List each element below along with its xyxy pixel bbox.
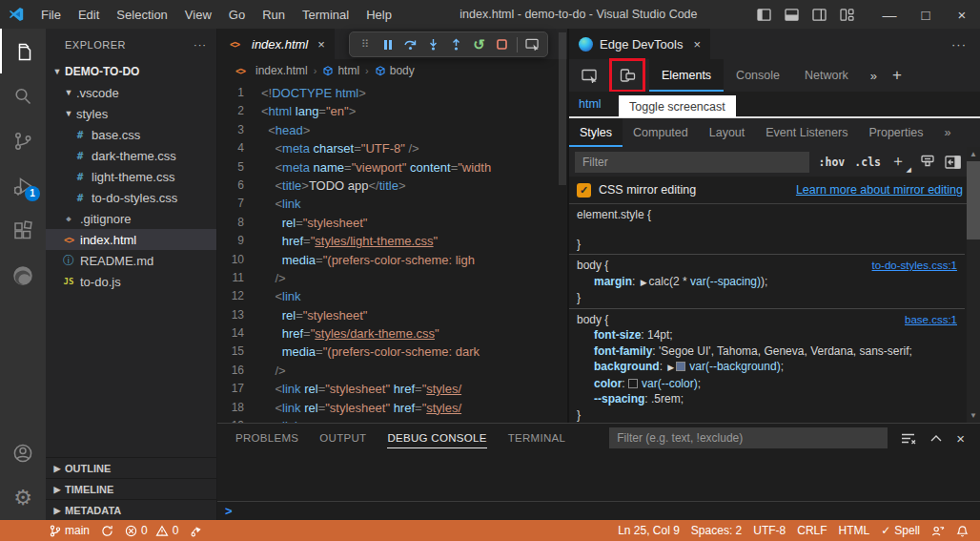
drag-handle-icon[interactable]: ⠿ [355, 34, 375, 55]
styles-tab-styles[interactable]: Styles [569, 118, 623, 147]
styles-filter-input[interactable] [575, 152, 809, 173]
stop-button[interactable] [492, 34, 512, 55]
toggle-secondary-sidebar-icon[interactable] [812, 9, 827, 21]
menu-help[interactable]: Help [357, 8, 400, 22]
explorer-item-index.html[interactable]: <>index.html [46, 229, 216, 250]
spell-checker[interactable]: ✓Spell [875, 520, 926, 541]
menu-view[interactable]: View [176, 8, 220, 22]
expand-icon[interactable]: ▶ [665, 363, 676, 372]
menu-run[interactable]: Run [254, 8, 294, 22]
notifications-indicator[interactable] [950, 520, 974, 541]
css-rules-list[interactable]: element.style {}body {to-do-styles.css:1… [569, 204, 980, 423]
explorer-root-folder[interactable]: ▼ DEMO-TO-DO [46, 61, 216, 82]
computed-sidebar-toggle-icon[interactable] [945, 156, 961, 169]
styles-tab-layout[interactable]: Layout [699, 118, 756, 147]
toggle-screencast-icon[interactable] [613, 62, 642, 89]
styles-tab-event-listeners[interactable]: Event Listeners [755, 118, 858, 147]
inspect-icon[interactable] [575, 62, 603, 89]
menu-file[interactable]: File [32, 8, 70, 22]
element-class-button[interactable]: .cls [854, 156, 881, 169]
breadcrumb-item-body[interactable]: body [375, 64, 415, 77]
cursor-position[interactable]: Ln 25, Col 9 [612, 520, 685, 541]
css-property[interactable]: --spacing: .5rem; [569, 391, 965, 407]
toggle-sidebar-icon[interactable] [757, 9, 771, 21]
panel-tab-problems[interactable]: PROBLEMS [225, 424, 309, 452]
editor[interactable]: 1<!DOCTYPE html>2<html lang="en">3 <head… [217, 82, 567, 423]
panel-tab-output[interactable]: OUTPUT [309, 424, 377, 452]
explorer-item-README.md[interactable]: ⓘREADME.md [46, 250, 216, 271]
minimize-button[interactable]: — [871, 0, 908, 29]
toggle-panel-icon[interactable] [785, 9, 799, 21]
devtools-more-actions-icon[interactable]: ··· [951, 37, 980, 52]
color-swatch[interactable] [628, 379, 638, 388]
devtools-tab-console[interactable]: Console [724, 59, 792, 92]
step-out-button[interactable] [446, 34, 466, 55]
explorer-item-light-theme.css[interactable]: #light-theme.css [46, 166, 216, 187]
tabs-overflow-icon[interactable]: » [861, 69, 887, 83]
pseudo-state-button[interactable]: :hov [819, 156, 846, 169]
rule-selector[interactable]: body { [577, 258, 608, 274]
expand-icon[interactable]: ▶ [639, 278, 649, 287]
tab-edge-devtools[interactable]: Edge DevTools × [569, 29, 710, 59]
menu-go[interactable]: Go [220, 8, 254, 22]
settings-gear-icon[interactable]: ⚙ [0, 475, 46, 520]
stylesheet-link[interactable]: base.css:1 [905, 312, 957, 328]
explorer-item-.gitignore[interactable]: ◆.gitignore [46, 208, 216, 229]
close-button[interactable]: × [944, 0, 980, 29]
styles-tab-properties[interactable]: Properties [858, 118, 933, 147]
mirror-editing-learn-more-link[interactable]: Learn more about mirror editing [796, 183, 963, 197]
section-outline[interactable]: ▶OUTLINE [46, 457, 216, 478]
rendering-emulation-icon[interactable] [920, 155, 935, 169]
encoding[interactable]: UTF-8 [747, 520, 791, 541]
tab-index-html[interactable]: <> index.html × [217, 29, 335, 59]
debug-console-filter-input[interactable] [609, 427, 888, 448]
explorer-item-to-do.js[interactable]: JSto-do.js [46, 271, 216, 292]
panel-tab-terminal[interactable]: TERMINAL [498, 424, 577, 452]
maximize-button[interactable]: □ [908, 0, 944, 29]
breadcrumb-item-html[interactable]: html [322, 64, 359, 77]
language-mode[interactable]: HTML [833, 520, 876, 541]
css-property[interactable]: font-family: 'Segoe UI', Tahoma, Geneva,… [569, 343, 965, 360]
debug-console-input[interactable]: > [217, 501, 980, 520]
css-mirror-editing-checkbox[interactable]: ✓ [577, 183, 591, 198]
menu-edit[interactable]: Edit [70, 8, 108, 22]
clear-console-icon[interactable] [901, 432, 916, 445]
git-branch-indicator[interactable]: main [44, 520, 95, 541]
explorer-item-dark-theme.css[interactable]: #dark-theme.css [46, 145, 216, 166]
close-panel-icon[interactable]: × [956, 430, 965, 447]
css-property[interactable]: color: var(--color); [569, 376, 965, 392]
restart-button[interactable]: ↺ [469, 34, 489, 55]
dom-crumb-html[interactable]: html [579, 97, 602, 111]
indentation[interactable]: Spaces: 2 [685, 520, 747, 541]
section-metadata[interactable]: ▶METADATA [46, 499, 216, 520]
rule-selector[interactable]: element.style { [577, 207, 651, 223]
css-property[interactable]: margin: ▶calc(2 * var(--spacing)); [569, 274, 965, 291]
devtools-tab-network[interactable]: Network [792, 59, 861, 92]
css-property[interactable]: font-size: 14pt; [569, 327, 965, 343]
extensions-icon[interactable] [0, 208, 46, 253]
explorer-icon[interactable] [0, 29, 46, 73]
new-tab-icon[interactable]: + [887, 66, 908, 85]
devtools-inspect-button[interactable] [522, 34, 542, 55]
editor-scrollbar[interactable] [558, 29, 567, 423]
devtools-tab-close-icon[interactable]: × [693, 37, 701, 52]
eol-sequence[interactable]: CRLF [791, 520, 832, 541]
debug-console-output[interactable] [217, 452, 980, 501]
tab-close-icon[interactable]: × [317, 37, 325, 52]
run-and-debug-icon[interactable]: 1 [0, 163, 46, 208]
devtools-scrollbar[interactable]: ▲ ▼ [967, 147, 980, 423]
step-over-button[interactable] [400, 34, 420, 55]
devtools-tab-elements[interactable]: Elements [649, 59, 724, 92]
customize-layout-icon[interactable] [840, 9, 854, 21]
problems-indicator[interactable]: 0 0 [119, 520, 184, 541]
styles-tab-computed[interactable]: Computed [623, 118, 699, 147]
new-style-rule-button[interactable]: ＋◢ [890, 152, 910, 172]
explorer-item-base.css[interactable]: #base.css [46, 124, 216, 145]
stylesheet-link[interactable]: to-do-styles.css:1 [872, 258, 957, 274]
breadcrumb-item-index.html[interactable]: <>index.html [233, 64, 308, 77]
scrollbar-thumb[interactable] [967, 161, 980, 239]
scroll-up-icon[interactable]: ▲ [970, 147, 977, 161]
css-property[interactable]: background: ▶var(--background); [569, 359, 965, 376]
search-icon[interactable] [0, 73, 46, 118]
feedback-indicator[interactable] [926, 520, 950, 541]
